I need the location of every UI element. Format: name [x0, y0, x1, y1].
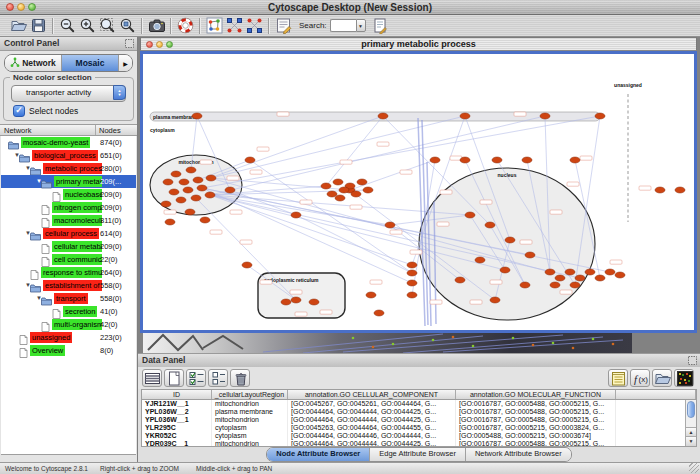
network-node[interactable] — [430, 157, 440, 163]
network-node[interactable] — [490, 297, 500, 303]
table-cell[interactable]: [GO:0016787, GO:0005488, GO:0005215, G..… — [456, 408, 616, 416]
network-overview-icon[interactable] — [204, 16, 224, 36]
network-node[interactable] — [193, 177, 203, 183]
resize-grip[interactable] — [689, 463, 699, 473]
tree-item-label[interactable]: unassigned — [30, 332, 72, 343]
network-node[interactable] — [205, 192, 215, 198]
tree-item-label[interactable]: metabolic process — [43, 163, 102, 174]
network-node[interactable] — [595, 113, 605, 119]
network-node[interactable] — [192, 113, 202, 119]
table-cell[interactable]: mitochondrion — [212, 400, 288, 408]
open-folder-icon[interactable] — [8, 16, 28, 36]
column-header[interactable]: annotation.GO CELLULAR_COMPONENT — [288, 390, 456, 399]
tree-column-header[interactable]: Network Nodes — [0, 124, 137, 136]
table-scrollbar[interactable]: ▲ ▼ — [685, 400, 696, 446]
network-node[interactable] — [351, 191, 361, 197]
table-row[interactable]: YKR052Ccytoplasm[GO:0044464, GO:0044446,… — [142, 432, 696, 440]
network-node[interactable] — [333, 179, 343, 185]
network-node[interactable] — [570, 157, 580, 163]
annotation-icon[interactable] — [273, 16, 293, 36]
tree-item-label[interactable]: cellular process — [43, 228, 99, 239]
unselect-attributes-icon[interactable] — [208, 369, 228, 387]
tree-row[interactable]: ▼cellular process614(0) — [1, 227, 136, 240]
tree-item-label[interactable]: establishment of lo — [43, 280, 102, 291]
table-cell[interactable]: YPL036W__2 — [142, 408, 212, 416]
notepad-icon[interactable] — [608, 369, 628, 387]
table-cell[interactable]: [GO:0005488, GO:0005215, GO:0003674] — [456, 432, 616, 440]
network-node[interactable] — [407, 292, 417, 298]
network-node[interactable] — [460, 113, 470, 119]
tree-row[interactable]: ▼transport558(0) — [1, 292, 136, 305]
node-color-dropdown[interactable]: transporter activity ▲▼ — [11, 85, 126, 102]
network-node[interactable] — [191, 195, 201, 201]
tab-node-attribute-browser[interactable]: Node Attribute Browser — [267, 448, 370, 461]
tree-row[interactable]: macromolecule311(0) — [1, 214, 136, 227]
select-nodes-checkbox[interactable]: ✓ — [13, 105, 25, 117]
main-titlebar[interactable]: Cytoscape Desktop (New Session) — [0, 0, 700, 15]
float-panel-icon[interactable] — [125, 39, 134, 52]
table-cell[interactable]: plasma membrane — [212, 408, 288, 416]
tree-row[interactable]: cellular metabol209(0) — [1, 240, 136, 253]
tree-row[interactable]: multi-organism pro42(0) — [1, 318, 136, 331]
link-network-nodes-icon[interactable] — [244, 16, 264, 36]
tree-item-label[interactable]: cell communicati — [52, 254, 102, 265]
network-node[interactable] — [357, 179, 367, 185]
tree-item-label[interactable]: mosaic-demo-yeast — [21, 137, 90, 148]
network-node[interactable] — [165, 219, 175, 225]
table-cell[interactable]: YKR052C — [142, 432, 212, 440]
table-row[interactable]: YJR121W__1mitochondrion[GO:0045267, GO:0… — [142, 400, 696, 408]
tree-item-label[interactable]: multi-organism pro — [52, 319, 102, 330]
network-node[interactable] — [335, 195, 345, 201]
tree-item-label[interactable]: primary metabol — [54, 176, 102, 187]
table-cell[interactable]: cytoplasm — [212, 432, 288, 440]
network-node[interactable] — [407, 270, 417, 276]
network-node[interactable] — [291, 297, 301, 303]
select-network-nodes-icon[interactable] — [224, 16, 244, 36]
network-view-window[interactable]: primary metabolic process plasma membran… — [140, 37, 697, 333]
tree-item-label[interactable]: cellular metabol — [52, 241, 102, 252]
network-graph[interactable]: plasma membranecytoplasmmitochondrionnuc… — [143, 54, 694, 330]
table-cell[interactable]: [GO:0044464, GO:0044444, GO:0044425, G..… — [288, 408, 456, 416]
network-node[interactable] — [363, 187, 373, 193]
tab-mosaic[interactable]: Mosaic — [62, 55, 119, 71]
network-node[interactable] — [245, 157, 255, 163]
network-node[interactable] — [171, 171, 181, 177]
tree-row[interactable]: nucleobase-co209(0) — [1, 188, 136, 201]
column-network[interactable]: Network — [4, 125, 32, 136]
table-cell[interactable]: [GO:0045263, GO:0044464, GO:0044455, G..… — [288, 424, 456, 432]
network-node[interactable] — [378, 113, 388, 119]
table-row[interactable]: YPL036W__1mitochondrion[GO:0044464, GO:0… — [142, 416, 696, 424]
network-canvas[interactable]: plasma membranecytoplasmmitochondrionnuc… — [140, 51, 697, 333]
attribute-editor-icon[interactable] — [371, 16, 391, 36]
delete-attribute-icon[interactable] — [230, 369, 250, 387]
network-node[interactable] — [585, 269, 595, 275]
zoom-out-icon[interactable] — [57, 16, 77, 36]
network-node[interactable] — [575, 275, 585, 281]
help-icon[interactable] — [175, 16, 195, 36]
network-node[interactable] — [655, 187, 665, 193]
network-node[interactable] — [565, 269, 575, 275]
network-node[interactable] — [183, 187, 193, 193]
network-node[interactable] — [407, 280, 417, 286]
function-builder-icon[interactable]: f(x) — [630, 369, 650, 387]
network-node[interactable] — [595, 275, 605, 281]
tree-item-label[interactable]: macromolecule — [52, 215, 102, 226]
tree-item-label[interactable]: nucleobase-co — [63, 189, 102, 200]
network-node[interactable] — [321, 183, 331, 189]
network-node[interactable] — [200, 217, 210, 223]
tree-item-label[interactable]: Overview — [30, 345, 65, 356]
tree-row[interactable]: ▼metabolic process280(0) — [1, 162, 136, 175]
close-view-icon[interactable] — [146, 41, 153, 48]
tab-network-attribute-browser[interactable]: Network Attribute Browser — [466, 448, 571, 461]
network-node[interactable] — [339, 187, 349, 193]
table-row[interactable]: YPL036W__2plasma membrane[GO:0044464, GO… — [142, 408, 696, 416]
network-node[interactable] — [374, 310, 384, 316]
table-cell[interactable]: [GO:0016787, GO:0005488, GO:0005215, G..… — [456, 400, 616, 408]
network-node[interactable] — [522, 157, 532, 163]
table-row[interactable]: YLR295Ccytoplasm[GO:0045263, GO:0044464,… — [142, 424, 696, 432]
network-node[interactable] — [550, 282, 560, 288]
network-node[interactable] — [163, 179, 173, 185]
search-input[interactable] — [330, 19, 356, 32]
network-node[interactable] — [492, 157, 502, 163]
network-node[interactable] — [485, 222, 495, 228]
